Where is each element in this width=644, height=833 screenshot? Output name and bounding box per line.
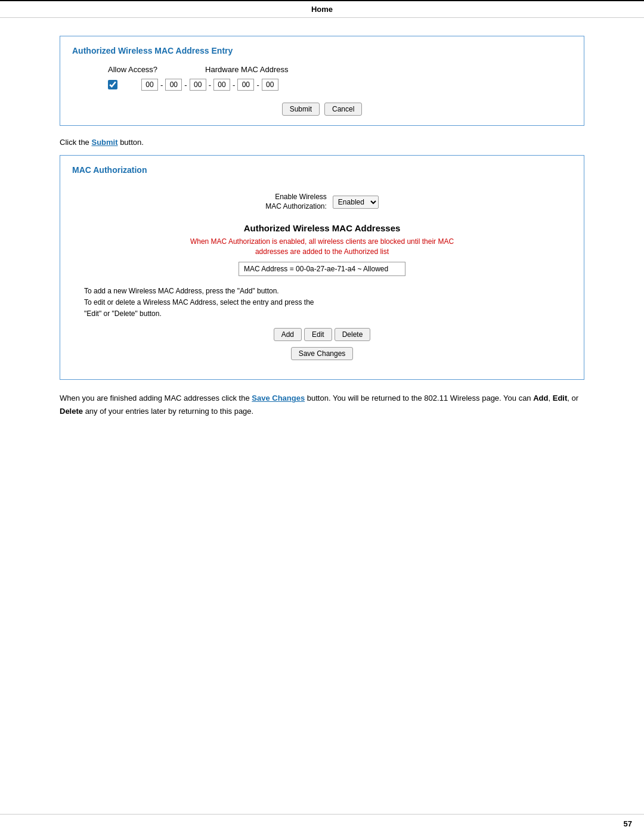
mac-octet-6[interactable] (262, 79, 278, 91)
main-content: Authorized Wireless MAC Address Entry Al… (0, 36, 644, 419)
instructions-line3: "Edit" or "Delete" button. (84, 309, 162, 318)
instructions-line1: To add a new Wireless MAC Address, press… (84, 287, 279, 295)
mac-sep-5: - (255, 80, 260, 89)
instructions: To add a new Wireless MAC Address, press… (84, 286, 560, 320)
enable-select[interactable]: Enabled Disabled (333, 196, 379, 209)
enable-row: Enable Wireless MAC Authorization: Enabl… (84, 193, 560, 211)
delete-bold: Delete (60, 407, 83, 416)
bottom-text5: any of your entries later by returning t… (83, 407, 253, 416)
allow-access-checkbox-area[interactable] (108, 80, 117, 89)
top-bar: Home (0, 0, 644, 18)
mac-entry-btn-row: Submit Cancel (72, 103, 572, 116)
mac-auth-panel-title: MAC Authorization (72, 165, 572, 175)
footer: 57 (0, 814, 644, 833)
add-button[interactable]: Add (274, 328, 302, 341)
save-btn-row: Save Changes (84, 347, 560, 360)
submit-link[interactable]: Submit (91, 138, 117, 147)
mac-sep-4: - (231, 80, 236, 89)
mac-sep-2: - (183, 80, 188, 89)
instructions-line2: To edit or delete a Wireless MAC Address… (84, 298, 314, 306)
home-link[interactable]: Home (311, 5, 333, 14)
mac-entry-labels: Allow Access? Hardware MAC Address (72, 65, 572, 74)
click-submit-para: Click the Submit button. (60, 138, 584, 147)
mac-sep-3: - (208, 80, 212, 89)
auth-heading: Authorized Wireless MAC Addresses (84, 223, 560, 233)
enable-label: Enable Wireless MAC Authorization: (265, 193, 327, 211)
enable-label-line1: Enable Wireless (275, 193, 327, 201)
mac-auth-panel: MAC Authorization Enable Wireless MAC Au… (60, 155, 584, 380)
bottom-text2: button. You will be returned to the 802.… (305, 394, 533, 402)
add-bold: Add (533, 394, 548, 402)
hardware-mac-label: Hardware MAC Address (205, 65, 288, 74)
bottom-text3: , (549, 394, 553, 402)
page-number: 57 (624, 819, 632, 828)
submit-button[interactable]: Submit (282, 103, 320, 116)
mac-entry-panel-title: Authorized Wireless MAC Address Entry (72, 46, 572, 55)
mac-octet-2[interactable] (165, 79, 182, 91)
cancel-button[interactable]: Cancel (324, 103, 362, 116)
mac-octet-4[interactable] (213, 79, 230, 91)
click-submit-suffix: button. (118, 138, 144, 147)
mac-auth-section: Enable Wireless MAC Authorization: Enabl… (72, 184, 572, 370)
action-btn-row: Add Edit Delete (84, 328, 560, 341)
mac-entry-panel: Authorized Wireless MAC Address Entry Al… (60, 36, 584, 126)
edit-bold: Edit (553, 394, 568, 402)
edit-button[interactable]: Edit (304, 328, 332, 341)
auth-warning: When MAC Authorization is enabled, all w… (84, 237, 560, 257)
bottom-paragraph: When you are finished adding MAC address… (60, 392, 584, 418)
save-changes-link[interactable]: Save Changes (252, 394, 305, 402)
allow-access-label: Allow Access? (108, 65, 157, 74)
mac-octet-1[interactable] (141, 79, 158, 91)
mac-octet-3[interactable] (190, 79, 206, 91)
bottom-text1: When you are finished adding MAC address… (60, 394, 252, 402)
mac-fields[interactable]: - - - - - (141, 79, 278, 91)
mac-entry-row: - - - - - (72, 79, 572, 91)
warning-line2: addresses are added to the Authorized li… (255, 247, 389, 256)
mac-sep-1: - (159, 80, 164, 89)
save-changes-button[interactable]: Save Changes (291, 347, 354, 360)
mac-list-box[interactable]: MAC Address = 00-0a-27-ae-71-a4 ~ Allowe… (239, 262, 405, 276)
enable-label-line2: MAC Authorization: (265, 202, 327, 210)
mac-octet-5[interactable] (237, 79, 254, 91)
warning-line1: When MAC Authorization is enabled, all w… (190, 237, 454, 246)
click-submit-text: Click the (60, 138, 91, 147)
bottom-text4: , or (567, 394, 578, 402)
allow-access-checkbox[interactable] (108, 80, 117, 89)
delete-button[interactable]: Delete (335, 328, 371, 341)
